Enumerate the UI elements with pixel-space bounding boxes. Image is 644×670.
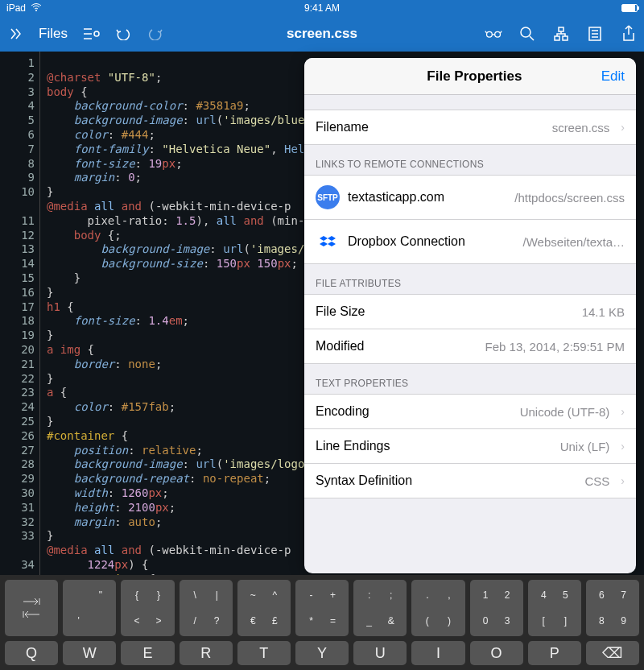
tab-key[interactable] — [5, 580, 58, 636]
symbol-key[interactable]: 6789 — [586, 580, 639, 636]
status-time: 9:41 AM — [217, 2, 427, 14]
connection-row-dropbox[interactable]: Dropbox Connection /Webseiten/texta… — [304, 219, 636, 264]
properties-icon[interactable] — [586, 25, 604, 43]
symbol-key[interactable]: ~^€£ — [237, 580, 291, 636]
dropbox-icon — [316, 230, 340, 254]
filename-label: Filename — [316, 120, 369, 134]
symbol-key[interactable]: 1203 — [470, 580, 523, 636]
letter-key[interactable]: R — [180, 641, 233, 665]
symbol-key[interactable]: 45[] — [528, 580, 581, 636]
chevron-right-icon: › — [621, 121, 625, 134]
symbol-key[interactable]: -+*= — [295, 580, 349, 636]
filename-row[interactable]: Filename screen.css › — [304, 110, 636, 145]
syntax-row[interactable]: Syntax Definition CSS › — [304, 463, 636, 498]
connection-path: /httpdocs/screen.css — [514, 191, 625, 205]
popover-header: File Properties Edit — [304, 58, 636, 95]
undo-icon[interactable] — [114, 25, 132, 43]
redo-icon[interactable] — [147, 25, 164, 43]
files-button[interactable]: Files — [39, 26, 68, 42]
share-icon[interactable] — [620, 25, 638, 43]
edit-button[interactable]: Edit — [601, 68, 625, 85]
chevron-right-icon[interactable] — [6, 25, 24, 43]
svg-point-0 — [35, 10, 37, 11]
file-properties-popover: File Properties Edit Filename screen.css… — [304, 58, 636, 573]
letter-key[interactable]: W — [63, 641, 116, 665]
attrs-header: FILE ATTRIBUTES — [304, 263, 636, 294]
symbol-key[interactable]: .,() — [411, 580, 464, 636]
letter-key[interactable]: ⌫ — [586, 641, 639, 665]
list-recent-icon[interactable] — [82, 25, 100, 43]
connection-label: Dropbox Connection — [348, 234, 465, 249]
letter-key[interactable]: T — [237, 641, 291, 665]
filesize-row: File Size 14.1 KB — [304, 294, 636, 329]
structure-icon[interactable] — [552, 25, 570, 43]
letter-key[interactable]: O — [470, 641, 523, 665]
letter-key[interactable]: E — [121, 641, 174, 665]
letter-key[interactable]: P — [528, 641, 581, 665]
toolbar: Files screen.css — [0, 16, 644, 52]
filename-value: screen.css — [552, 121, 610, 134]
encoding-row[interactable]: Encoding Unicode (UTF-8) › — [304, 394, 636, 429]
symbol-key[interactable]: {}<> — [121, 580, 174, 636]
chevron-right-icon: › — [621, 474, 625, 487]
letter-key[interactable]: Y — [295, 641, 349, 665]
glasses-icon[interactable] — [485, 25, 502, 43]
chevron-right-icon: › — [621, 405, 625, 418]
symbol-key[interactable]: :;_& — [353, 580, 407, 636]
symbol-key[interactable]: \|/? — [180, 580, 233, 636]
sftp-icon: SFTP — [316, 185, 340, 209]
svg-rect-7 — [563, 36, 568, 40]
device-label: iPad — [6, 2, 26, 14]
battery-icon — [621, 4, 638, 12]
keyboard: "'{}<>\|/?~^€£-+*=:;_&.,()120345[]6789 Q… — [0, 575, 644, 670]
text-header: TEXT PROPERTIES — [304, 363, 636, 394]
symbol-key[interactable]: "' — [63, 580, 116, 636]
chevron-right-icon: › — [621, 440, 625, 453]
modified-row: Modified Feb 13, 2014, 2:59:51 PM — [304, 329, 636, 364]
status-bar: iPad 9:41 AM — [0, 0, 644, 16]
letter-key[interactable]: Q — [5, 641, 58, 665]
line-endings-row[interactable]: Line Endings Unix (LF) › — [304, 428, 636, 464]
letter-key[interactable]: I — [411, 641, 464, 665]
svg-rect-6 — [555, 36, 559, 40]
connection-path: /Webseiten/texta… — [523, 235, 625, 249]
wifi-icon — [31, 2, 42, 14]
connection-label: textasticapp.com — [348, 190, 444, 205]
search-icon[interactable] — [518, 25, 536, 43]
connection-row-sftp[interactable]: SFTP textasticapp.com /httpdocs/screen.c… — [304, 175, 636, 220]
svg-point-3 — [495, 31, 501, 37]
links-header: LINKS TO REMOTE CONNECTIONS — [304, 144, 636, 175]
document-title: screen.css — [217, 26, 427, 42]
svg-rect-5 — [559, 27, 564, 31]
svg-point-4 — [521, 27, 530, 37]
letter-key[interactable]: U — [353, 641, 407, 665]
svg-point-1 — [94, 31, 99, 36]
svg-point-2 — [487, 31, 493, 37]
popover-title: File Properties — [348, 68, 601, 85]
